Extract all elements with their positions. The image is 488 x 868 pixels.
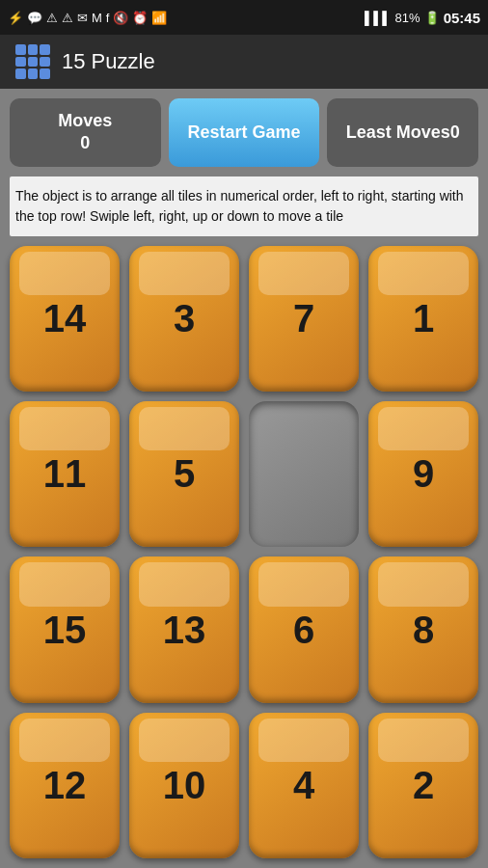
- signal-icon: ▌▌▌: [365, 11, 392, 25]
- tile-8[interactable]: 8: [368, 556, 478, 702]
- restart-button[interactable]: Restart Game: [169, 98, 320, 167]
- gmail-icon: M: [92, 11, 102, 25]
- tile-4[interactable]: 4: [249, 713, 359, 858]
- mail-icon: ✉: [77, 11, 88, 25]
- empty-tile: [249, 401, 359, 547]
- tile-2[interactable]: 2: [368, 713, 478, 858]
- tile-14[interactable]: 14: [10, 246, 120, 392]
- alarm-icon: ⏰: [132, 11, 148, 25]
- moves-label: Moves: [17, 110, 153, 132]
- main-content: Moves 0 Restart Game Least Moves0 The ob…: [0, 89, 488, 868]
- controls-row: Moves 0 Restart Game Least Moves0: [10, 98, 478, 167]
- tile-7[interactable]: 7: [249, 246, 359, 392]
- battery-text: 81%: [395, 11, 420, 25]
- tile-11[interactable]: 11: [10, 401, 120, 547]
- whatsapp-icon: 💬: [27, 11, 42, 25]
- tile-15[interactable]: 15: [10, 556, 120, 702]
- tile-13[interactable]: 13: [129, 556, 239, 702]
- least-label: Least Moves0: [335, 122, 471, 144]
- fb-icon: f: [106, 11, 110, 25]
- moves-value: 0: [17, 132, 153, 154]
- least-moves-button[interactable]: Least Moves0: [327, 98, 478, 167]
- usb-icon: ⚡: [8, 11, 23, 25]
- tile-3[interactable]: 3: [129, 246, 239, 392]
- app-icon: [15, 44, 50, 79]
- tile-10[interactable]: 10: [129, 713, 239, 858]
- instructions-text: The object is to arrange all tiles in nu…: [10, 176, 478, 236]
- status-icons-right: ▌▌▌ 81% 🔋 05:45: [365, 10, 480, 26]
- puzzle-grid: 143711159151368121042: [10, 246, 478, 858]
- restart-label: Restart Game: [176, 122, 312, 144]
- tile-5[interactable]: 5: [129, 401, 239, 547]
- status-icons-left: ⚡ 💬 ⚠ ⚠ ✉ M f 🔇 ⏰ 📶: [8, 11, 167, 25]
- battery-icon: 🔋: [424, 11, 440, 25]
- app-title: 15 Puzzle: [62, 49, 155, 74]
- tile-6[interactable]: 6: [249, 556, 359, 702]
- warning2-icon: ⚠: [62, 11, 73, 25]
- mute-icon: 🔇: [113, 11, 128, 25]
- wifi-icon: 📶: [151, 11, 167, 25]
- tile-9[interactable]: 9: [368, 401, 478, 547]
- moves-button[interactable]: Moves 0: [10, 98, 161, 167]
- tile-12[interactable]: 12: [10, 713, 120, 858]
- status-bar: ⚡ 💬 ⚠ ⚠ ✉ M f 🔇 ⏰ 📶 ▌▌▌ 81% 🔋 05:45: [0, 0, 488, 35]
- tile-1[interactable]: 1: [368, 246, 478, 392]
- status-time: 05:45: [444, 10, 480, 26]
- warning-icon: ⚠: [46, 11, 58, 25]
- title-bar: 15 Puzzle: [0, 35, 488, 89]
